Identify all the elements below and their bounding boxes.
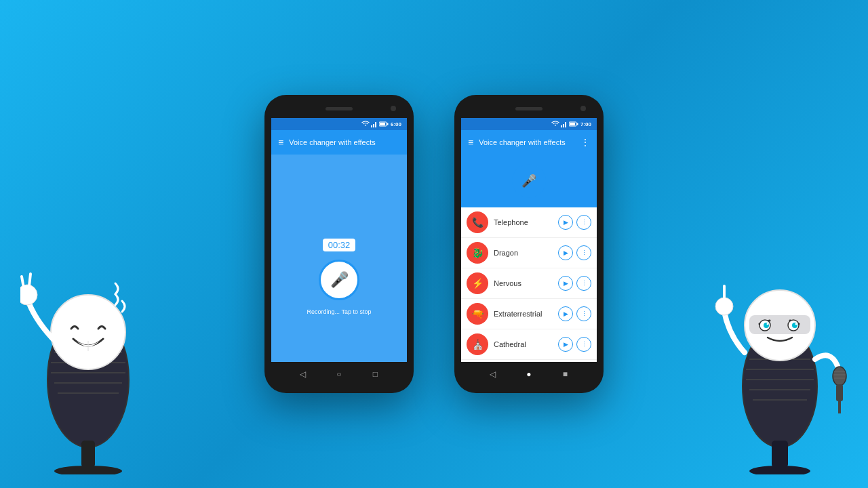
home-button-left[interactable]: ○: [333, 368, 345, 380]
phone-right: 7:00 ≡ Voice changer with effects ⋮ 🎤 📞 …: [454, 95, 604, 393]
svg-rect-42: [380, 123, 385, 125]
effect-icon-1: 🐉: [467, 242, 488, 264]
back-button-left[interactable]: ◁: [297, 368, 309, 380]
effect-name-3: Extraterrestrial: [494, 310, 558, 318]
effect-icon-4: ⛪: [467, 333, 488, 355]
app-bar-right: ≡ Voice changer with effects ⋮: [461, 130, 597, 155]
effect-list-item: 🐉 Dragon ▶ ⋮: [461, 238, 597, 268]
effect-icon-3: 🔫: [467, 303, 488, 325]
phone-top-notch-right: [461, 102, 597, 115]
recording-hint: Recording... Tap to stop: [307, 308, 372, 315]
phone-screen-left: 6:00 ≡ Voice changer with effects 00:32 …: [271, 118, 407, 362]
recording-screen: 00:32 🎤 Recording... Tap to stop: [271, 155, 407, 362]
signal-icons-right: [551, 121, 578, 127]
phone-left: 6:00 ≡ Voice changer with effects 00:32 …: [264, 95, 414, 393]
status-bar-right: 7:00: [461, 118, 597, 130]
signal-icons-left: [361, 121, 389, 127]
status-time-left: 6:00: [391, 121, 401, 127]
svg-rect-44: [563, 124, 564, 127]
more-options-icon-right[interactable]: ⋮: [580, 137, 590, 148]
svg-rect-45: [565, 122, 566, 127]
play-button-4[interactable]: ▶: [558, 337, 573, 352]
phone-bottom-nav-right: ◁ ● ■: [461, 362, 597, 386]
app-bar-left: ≡ Voice changer with effects: [271, 130, 407, 155]
svg-rect-37: [371, 125, 372, 127]
phone-camera-left: [391, 106, 396, 111]
effect-name-0: Telephone: [494, 218, 558, 226]
status-bar-left: 6:00: [271, 118, 407, 130]
timer-display: 00:32: [323, 239, 356, 251]
mic-fab-button[interactable]: 🎤: [512, 164, 546, 198]
phone-speaker-left: [326, 107, 353, 110]
effect-list-item: 🤖 Cyborg ▶ ⋮: [461, 360, 597, 362]
effect-list-item: 🔫 Extraterrestrial ▶ ⋮: [461, 299, 597, 329]
record-mic-button[interactable]: 🎤: [319, 260, 359, 300]
home-button-right[interactable]: ●: [523, 368, 535, 380]
hamburger-icon-right[interactable]: ≡: [468, 137, 473, 148]
phone-top-notch-left: [271, 102, 407, 115]
svg-rect-41: [387, 123, 388, 125]
svg-rect-43: [561, 125, 562, 127]
phone-speaker-right: [515, 107, 542, 110]
svg-rect-47: [576, 123, 578, 125]
back-button-right[interactable]: ◁: [487, 368, 499, 380]
more-button-3[interactable]: ⋮: [576, 306, 591, 321]
phones-container: 6:00 ≡ Voice changer with effects 00:32 …: [0, 0, 868, 488]
status-time-right: 7:00: [580, 121, 591, 127]
effect-name-1: Dragon: [494, 249, 558, 257]
play-button-0[interactable]: ▶: [558, 215, 573, 230]
effect-icon-0: 📞: [467, 211, 488, 233]
more-button-1[interactable]: ⋮: [576, 245, 591, 260]
more-button-0[interactable]: ⋮: [576, 215, 591, 230]
more-button-2[interactable]: ⋮: [576, 276, 591, 291]
play-button-3[interactable]: ▶: [558, 306, 573, 321]
play-button-2[interactable]: ▶: [558, 276, 573, 291]
hamburger-icon-left[interactable]: ≡: [278, 137, 283, 148]
app-title-left: Voice changer with effects: [289, 138, 400, 146]
effect-list-item: 📞 Telephone ▶ ⋮: [461, 207, 597, 238]
effects-list: 📞 Telephone ▶ ⋮ 🐉 Dragon ▶ ⋮ ⚡ Nervous ▶…: [461, 207, 597, 362]
more-button-4[interactable]: ⋮: [576, 337, 591, 352]
effect-icon-2: ⚡: [467, 272, 488, 294]
app-title-right: Voice changer with effects: [479, 138, 575, 146]
effect-name-4: Cathedral: [494, 340, 558, 348]
effect-list-item: ⛪ Cathedral ▶ ⋮: [461, 329, 597, 360]
phone-camera-right: [580, 106, 586, 111]
recent-button-right[interactable]: ■: [559, 368, 571, 380]
phone-screen-right: 7:00 ≡ Voice changer with effects ⋮ 🎤 📞 …: [461, 118, 597, 362]
effects-list-screen: 🎤 📞 Telephone ▶ ⋮ 🐉 Dragon ▶ ⋮ ⚡ Nervous…: [461, 155, 597, 362]
phone-bottom-nav-left: ◁ ○ □: [271, 362, 407, 386]
svg-rect-38: [373, 124, 374, 127]
mic-fab-container: 🎤: [461, 155, 597, 207]
effect-name-2: Nervous: [494, 279, 558, 287]
recent-button-left[interactable]: □: [369, 368, 381, 380]
effect-list-item: ⚡ Nervous ▶ ⋮: [461, 268, 597, 299]
play-button-1[interactable]: ▶: [558, 245, 573, 260]
svg-rect-39: [375, 122, 376, 127]
svg-rect-48: [570, 123, 575, 125]
